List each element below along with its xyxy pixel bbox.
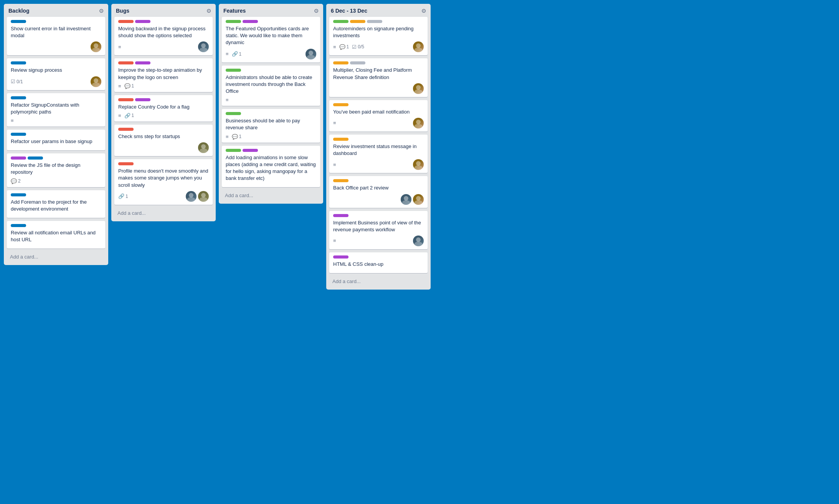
card-title: Replace Country Code for a flag	[118, 104, 209, 110]
board: Backlog⊙Show current error in fail inves…	[0, 0, 839, 504]
label-green	[333, 20, 348, 23]
card-badge: ≡	[118, 44, 121, 50]
card-footer: ≡💬1☑0/5	[333, 41, 424, 52]
label-purple	[243, 149, 258, 152]
card[interactable]: Review signup process☑0/1	[7, 58, 105, 90]
card-badges: ☑0/1	[11, 79, 23, 84]
card-labels	[118, 98, 209, 101]
card-badge: ≡	[226, 51, 229, 57]
attachment-icon: 🔗	[124, 113, 130, 119]
card-labels	[11, 133, 101, 136]
lines-icon: ≡	[118, 44, 121, 50]
card-badges: ≡	[118, 44, 121, 50]
lines-icon: ≡	[226, 134, 229, 140]
card[interactable]: Review investment status message in dash…	[329, 135, 428, 173]
card-labels	[11, 224, 101, 227]
card-badges: 💬2	[11, 178, 21, 184]
card[interactable]: Refactor user params in base signup	[7, 130, 105, 150]
card[interactable]: Businesses should be able to pay revenue…	[222, 109, 320, 142]
label-orange	[350, 20, 365, 23]
lines-icon: ≡	[226, 51, 229, 57]
checkbox-icon: ☑	[11, 79, 15, 84]
label-purple	[135, 20, 150, 23]
card-title: Review all notification email URLs and h…	[11, 229, 101, 243]
card-title: Add loading animations in some slow plac…	[226, 154, 316, 182]
label-green	[226, 112, 241, 115]
card[interactable]: Review all notification email URLs and h…	[7, 221, 105, 249]
card-footer	[11, 41, 101, 52]
column-title: Bugs	[116, 8, 129, 14]
column-menu-icon[interactable]: ⊙	[99, 8, 104, 14]
card-labels	[333, 138, 424, 141]
card-badge: 💬1	[339, 44, 349, 50]
column-title: Backlog	[8, 8, 29, 14]
card-title: Administrators should be able to create …	[226, 74, 316, 95]
column-menu-icon[interactable]: ⊙	[421, 8, 426, 14]
card[interactable]: Check sms step for startups	[114, 125, 213, 156]
card[interactable]: HTML & CSS clean-up	[329, 252, 428, 273]
avatar	[198, 142, 209, 153]
card-footer: ≡	[333, 159, 424, 170]
card-labels	[226, 149, 316, 152]
card-avatars	[91, 76, 101, 87]
add-card-button[interactable]: Add a card...	[114, 208, 213, 218]
card-title: Review signup process	[11, 67, 101, 74]
card-labels	[118, 128, 209, 131]
column-header: Backlog⊙	[4, 4, 108, 17]
card-badge: 🔗1	[118, 193, 128, 199]
label-green	[226, 20, 241, 23]
card[interactable]: Show current error in fail investment mo…	[7, 17, 105, 55]
card-badge: 💬2	[11, 178, 21, 184]
card[interactable]: Improve the step-to-step animation by ke…	[114, 58, 213, 92]
add-card-button[interactable]: Add a card...	[7, 252, 105, 262]
label-orange	[333, 179, 348, 182]
card[interactable]: Autoreminders on signature pending inves…	[329, 17, 428, 55]
card-footer: ≡	[11, 118, 101, 124]
card-title: Add Foreman to the project for the devel…	[11, 199, 101, 212]
card[interactable]: Replace Country Code for a flag≡🔗1	[114, 95, 213, 122]
badge-count: 1	[239, 51, 242, 57]
add-card-button[interactable]: Add a card...	[222, 190, 320, 201]
card-title: Multiplier, Closing Fee and Platform Rev…	[333, 67, 424, 81]
checkbox-icon: ☑	[352, 44, 357, 50]
card[interactable]: You've been paid email notification≡	[329, 100, 428, 132]
card-badges: ≡	[226, 97, 229, 103]
card[interactable]: Back Office part 2 review	[329, 176, 428, 208]
card-badges: ≡	[333, 162, 336, 168]
card-footer: ≡	[333, 236, 424, 246]
card-labels	[333, 179, 424, 182]
card[interactable]: Administrators should be able to create …	[222, 66, 320, 106]
add-card-button[interactable]: Add a card...	[329, 276, 428, 287]
card[interactable]: Review the JS file of the design reposit…	[7, 153, 105, 187]
avatar	[413, 236, 424, 246]
lines-icon: ≡	[333, 120, 336, 126]
card-title: Refactor SignupConstants with polymorphi…	[11, 102, 101, 115]
card[interactable]: Add Foreman to the project for the devel…	[7, 190, 105, 218]
card-footer: ≡	[333, 118, 424, 128]
column-menu-icon[interactable]: ⊙	[314, 8, 319, 14]
label-purple	[333, 214, 348, 217]
card-footer: ≡💬1	[226, 134, 316, 140]
card-labels	[11, 20, 101, 23]
card-badges: ≡🔗1	[226, 51, 241, 57]
card[interactable]: Refactor SignupConstants with polymorphi…	[7, 93, 105, 127]
card-footer: ≡	[118, 41, 209, 52]
card[interactable]: The Featured Opportunities cards are sta…	[222, 17, 320, 63]
lines-icon: ≡	[333, 44, 336, 50]
card-badges: ≡💬1☑0/5	[333, 44, 364, 50]
card[interactable]: Moving backward in the signup process sh…	[114, 17, 213, 55]
column-menu-icon[interactable]: ⊙	[206, 8, 211, 14]
card-badge: ≡	[333, 162, 336, 168]
card-title: Refactor user params in base signup	[11, 138, 101, 145]
card-title: Profile menu doesn't move smoothly and m…	[118, 168, 209, 189]
avatar	[413, 118, 424, 128]
avatar	[91, 41, 101, 52]
card[interactable]: Profile menu doesn't move smoothly and m…	[114, 159, 213, 205]
column-header: Bugs⊙	[111, 4, 216, 17]
card-avatars	[198, 41, 209, 52]
card[interactable]: Multiplier, Closing Fee and Platform Rev…	[329, 58, 428, 97]
avatar	[198, 191, 209, 202]
card[interactable]: Add loading animations in some slow plac…	[222, 146, 320, 188]
card[interactable]: Implement Business point of view of the …	[329, 211, 428, 249]
card-badges: ≡🔗1	[118, 113, 134, 119]
